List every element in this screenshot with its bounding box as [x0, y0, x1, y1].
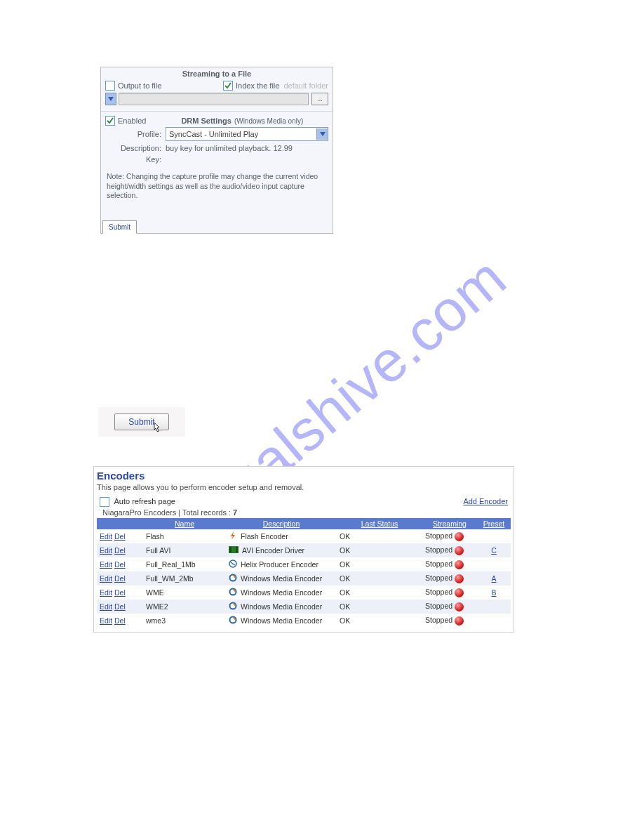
streaming-status: Stopped	[425, 588, 452, 596]
streaming-status: Stopped	[425, 560, 452, 568]
encoder-driver: Flash Encoder	[241, 532, 288, 541]
encoders-table: Name Description Last Status Streaming P…	[97, 518, 511, 628]
submit-button-figure: Submit	[98, 407, 185, 437]
encoder-name: Full_Real_1Mb	[143, 557, 226, 571]
encoders-subtitle: This page allows you to perform encoder …	[97, 483, 511, 491]
output-path-input[interactable]	[119, 93, 309, 105]
edit-link[interactable]: Edit	[100, 546, 112, 555]
browse-button[interactable]: ...	[311, 93, 328, 105]
profile-select[interactable]: SyncCast - Unlimited Play	[166, 127, 328, 141]
svg-rect-3	[229, 547, 232, 552]
profile-select-value: SyncCast - Unlimited Play	[169, 130, 258, 138]
del-link[interactable]: Del	[114, 602, 126, 611]
encoder-name: WME2	[143, 600, 226, 614]
output-to-file-label: Output to file	[118, 81, 161, 90]
wme-icon	[229, 602, 237, 611]
helix-icon	[229, 560, 237, 569]
edit-link[interactable]: Edit	[100, 588, 112, 597]
del-link[interactable]: Del	[114, 588, 126, 597]
preset-link[interactable]: C	[491, 546, 497, 555]
streaming-status: Stopped	[425, 602, 452, 610]
stop-indicator-icon	[455, 602, 464, 611]
add-encoder-link[interactable]: Add Encoder	[463, 497, 508, 505]
table-row: Edit DelWMEWindows Media EncoderOKStoppe…	[97, 585, 511, 600]
encoder-status: OK	[337, 529, 422, 543]
path-dropdown-button[interactable]	[105, 93, 116, 105]
del-link[interactable]: Del	[114, 560, 126, 569]
encoder-name: Flash	[143, 529, 226, 543]
encoders-title: Encoders	[97, 470, 511, 482]
del-link[interactable]: Del	[114, 616, 126, 625]
encoder-name: wme3	[143, 614, 226, 628]
encoder-status: OK	[337, 543, 422, 557]
edit-link[interactable]: Edit	[100, 616, 112, 625]
encoder-name: WME	[143, 585, 226, 600]
del-link[interactable]: Del	[114, 574, 126, 583]
col-name[interactable]: Name	[143, 518, 226, 529]
stop-indicator-icon	[455, 616, 464, 626]
streaming-panel-title: Streaming to a File	[101, 67, 333, 80]
streaming-status: Stopped	[425, 616, 452, 624]
encoder-status: OK	[337, 614, 422, 628]
drm-enabled-checkbox[interactable]	[105, 116, 115, 126]
stop-indicator-icon	[455, 546, 464, 555]
preset-link[interactable]: A	[491, 574, 496, 583]
edit-link[interactable]: Edit	[100, 602, 112, 611]
edit-link[interactable]: Edit	[100, 574, 112, 583]
description-label: Description:	[105, 144, 166, 152]
auto-refresh-label: Auto refresh page	[114, 497, 175, 505]
encoder-driver: Windows Media Encoder	[241, 574, 322, 583]
del-link[interactable]: Del	[114, 532, 126, 541]
col-description[interactable]: Description	[226, 518, 337, 529]
streaming-status: Stopped	[425, 574, 452, 582]
index-the-file-label: Index the file	[236, 81, 279, 90]
total-records: 7	[233, 508, 237, 517]
avi-icon	[229, 546, 239, 555]
drm-settings-title: DRM Settings	[181, 117, 232, 125]
encoders-panel: Encoders This page allows you to perform…	[93, 466, 514, 633]
description-value: buy key for unlimited playback. 12.99	[166, 144, 328, 152]
col-streaming[interactable]: Streaming	[422, 518, 477, 529]
edit-link[interactable]: Edit	[100, 560, 112, 569]
index-the-file-checkbox[interactable]	[223, 81, 233, 91]
streaming-to-file-panel: Streaming to a File Output to file Index…	[100, 67, 333, 234]
edit-link[interactable]: Edit	[100, 532, 112, 541]
svg-marker-1	[320, 132, 326, 136]
stop-indicator-icon	[455, 532, 464, 541]
streaming-status: Stopped	[425, 531, 452, 540]
table-row: Edit DelFull_WM_2MbWindows Media Encoder…	[97, 571, 511, 585]
col-preset[interactable]: Preset	[477, 518, 511, 529]
encoder-driver: AVI Encoder Driver	[242, 546, 304, 555]
col-last-status[interactable]: Last Status	[337, 518, 422, 529]
streaming-status: Stopped	[425, 545, 452, 554]
wme-icon	[229, 574, 237, 583]
output-to-file-checkbox[interactable]	[105, 81, 115, 91]
preset-link[interactable]: B	[491, 588, 496, 597]
encoder-driver: Helix Producer Encoder	[241, 560, 318, 569]
stop-indicator-icon	[455, 588, 464, 597]
svg-marker-0	[108, 97, 114, 101]
submit-tab-button[interactable]: Submit	[102, 220, 137, 234]
encoder-status: OK	[337, 571, 422, 585]
stop-indicator-icon	[455, 560, 464, 569]
profile-label: Profile:	[105, 130, 166, 138]
auto-refresh-checkbox[interactable]	[100, 497, 109, 507]
del-link[interactable]: Del	[114, 546, 126, 555]
drm-enabled-label: Enabled	[118, 117, 146, 125]
table-row: Edit DelFull_Real_1MbHelix Producer Enco…	[97, 557, 511, 571]
flash-icon	[229, 531, 237, 541]
totals-prefix: NiagaraPro Encoders | Total records :	[102, 508, 233, 517]
default-folder-link[interactable]: default folder	[283, 81, 328, 90]
chevron-down-icon	[316, 128, 328, 140]
drm-settings-subtitle: (Windows Media only)	[234, 117, 303, 125]
encoder-name: Full AVI	[143, 543, 226, 557]
stop-indicator-icon	[455, 574, 464, 583]
encoder-status: OK	[337, 557, 422, 571]
wme-icon	[229, 588, 237, 597]
svg-rect-4	[236, 547, 238, 552]
submit-button[interactable]: Submit	[114, 413, 169, 430]
encoder-driver: Windows Media Encoder	[241, 602, 322, 611]
table-row: Edit DelFlashFlash EncoderOKStopped	[97, 529, 511, 543]
encoder-driver: Windows Media Encoder	[241, 616, 322, 625]
encoder-name: Full_WM_2Mb	[143, 571, 226, 585]
